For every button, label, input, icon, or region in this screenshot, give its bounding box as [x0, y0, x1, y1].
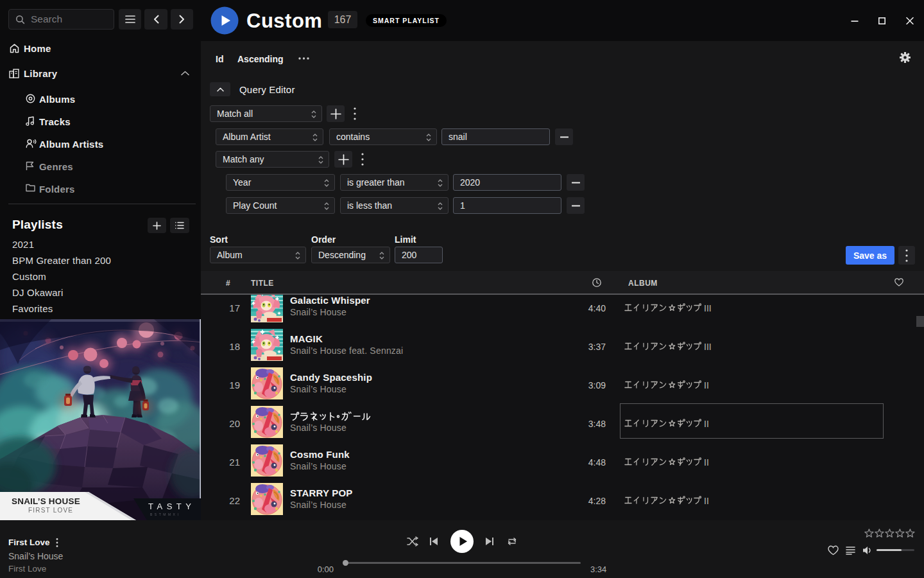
- svg-text:BSTMMXI: BSTMMXI: [150, 512, 180, 516]
- svg-text:TASTY: TASTY: [148, 502, 195, 511]
- svg-text:SNAIL’S HOUSE: SNAIL’S HOUSE: [12, 496, 80, 506]
- svg-text:FIRST LOVE: FIRST LOVE: [28, 507, 73, 514]
